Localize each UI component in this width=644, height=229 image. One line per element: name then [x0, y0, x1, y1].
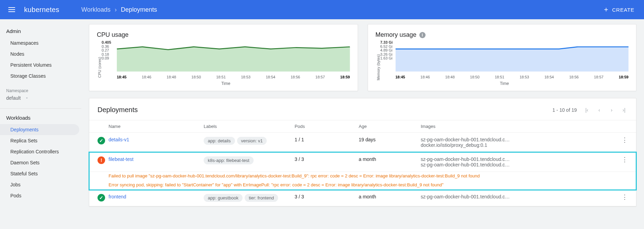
sidebar-admin-title: Admin	[0, 26, 81, 37]
table-row: ✓details-v1app: detailsversion: v11 / 11…	[89, 133, 636, 152]
info-icon[interactable]: i	[419, 32, 426, 38]
row-actions-icon[interactable]: ⋮	[622, 194, 628, 200]
cpu-plot: 0.405 0.36 0.27 0.18 0.09	[102, 42, 350, 75]
namespace-label: Namespace	[0, 81, 81, 95]
breadcrumb-leaf: Deployments	[121, 6, 157, 13]
memory-chart-title: Memory usage	[376, 31, 417, 39]
pager-range: 1 - 10 of 19	[552, 107, 577, 113]
col-pods[interactable]: Pods	[295, 124, 359, 129]
pods-value: 1 / 1	[295, 137, 359, 142]
deployments-card: Deployments 1 - 10 of 19 |‹ ‹ › ›| Name …	[89, 98, 636, 207]
memory-ylabel: Memory (bytes)	[376, 42, 380, 86]
create-button[interactable]: CREATE	[602, 4, 636, 15]
page-last-icon[interactable]: ›|	[620, 107, 628, 113]
plus-icon	[603, 7, 609, 13]
label-chip: k8s-app: filebeat-test	[204, 156, 254, 164]
divider	[0, 108, 81, 109]
cpu-ylabel: CPU (cores)	[97, 42, 102, 86]
brand: kubernetes	[24, 6, 59, 14]
chevron-right-icon: ›	[115, 6, 117, 13]
breadcrumb-root[interactable]: Workloads	[81, 6, 111, 13]
sidebar-workloads-title: Workloads	[0, 113, 81, 124]
sidebar: Admin Namespaces Nodes Persistent Volume…	[0, 19, 81, 211]
pager: 1 - 10 of 19 |‹ ‹ › ›|	[552, 107, 628, 113]
label-chip: app: details	[204, 137, 235, 145]
sidebar-item-replica-sets[interactable]: Replica Sets	[0, 135, 81, 146]
label-chip: app: guestbook	[204, 194, 243, 202]
sidebar-item-storage-classes[interactable]: Storage Classes	[0, 70, 81, 81]
cpu-chart-title: CPU usage	[97, 31, 129, 39]
cpu-yticks: 0.405 0.36 0.27 0.18 0.09	[102, 41, 111, 61]
topbar: kubernetes Workloads › Deployments CREAT…	[0, 0, 644, 19]
col-images[interactable]: Images	[421, 124, 614, 129]
sidebar-item-namespaces[interactable]: Namespaces	[0, 37, 81, 48]
error-message: Failed to pull image "sz-pg-oam-docker-h…	[89, 172, 636, 181]
page-first-icon[interactable]: |‹	[583, 107, 591, 113]
col-age[interactable]: Age	[359, 124, 421, 129]
namespace-value: default	[6, 95, 21, 101]
sidebar-item-stateful-sets[interactable]: Stateful Sets	[0, 168, 81, 179]
cpu-chart-svg	[117, 43, 350, 72]
age-value: a month	[359, 156, 421, 162]
cpu-chart-card: CPU usage CPU (cores) 0.405 0.36 0.27 0.…	[89, 24, 358, 91]
error-message: Error syncing pod, skipping: failed to "…	[89, 181, 636, 190]
namespace-select[interactable]: default	[0, 95, 81, 104]
sidebar-item-nodes[interactable]: Nodes	[0, 48, 81, 59]
label-chip: version: v1	[237, 137, 267, 145]
cpu-xticks: 18:4518:4618:4818:5018:5118:5318:5418:56…	[117, 75, 350, 79]
error-icon: !	[98, 156, 105, 164]
pods-value: 3 / 3	[295, 194, 359, 199]
age-value: a month	[359, 194, 421, 199]
table-head: Name Labels Pods Age Images	[89, 120, 636, 133]
memory-plot: 7.33 Gi 6.52 Gi 4.89 Gi 3.26 Gi 1.63 Gi	[380, 42, 629, 75]
page-next-icon[interactable]: ›	[608, 107, 615, 113]
memory-chart-card: Memory usage i Memory (bytes) 7.33 Gi 6.…	[368, 24, 637, 91]
memory-xticks: 18:4518:4618:4818:5018:5118:5318:5418:56…	[396, 75, 629, 79]
sidebar-item-pods[interactable]: Pods	[0, 190, 81, 201]
label-chip: tier: frontend	[245, 194, 278, 202]
row-actions-icon[interactable]: ⋮	[622, 156, 628, 163]
memory-yticks: 7.33 Gi 6.52 Gi 4.89 Gi 3.26 Gi 1.63 Gi	[380, 41, 393, 61]
deployment-link[interactable]: details-v1	[109, 137, 129, 142]
create-button-label: CREATE	[612, 7, 634, 13]
sidebar-item-deployments[interactable]: Deployments	[0, 124, 79, 135]
table-row: ✓frontendapp: guestbooktier: frontend3 /…	[89, 190, 636, 206]
col-name[interactable]: Name	[109, 124, 204, 129]
pods-value: 3 / 3	[295, 156, 359, 162]
images-cell: sz-pg-oam-docker-hub-001.tendcloud.com…s…	[421, 156, 614, 167]
sidebar-item-persistent-volumes[interactable]: Persistent Volumes	[0, 59, 81, 70]
menu-icon[interactable]	[8, 6, 17, 14]
deployment-link[interactable]: filebeat-test	[109, 156, 133, 162]
images-cell: sz-pg-oam-docker-hub-001.tendcloud.com…	[421, 194, 614, 199]
sidebar-item-replication-controllers[interactable]: Replication Controllers	[0, 146, 81, 157]
row-actions-icon[interactable]: ⋮	[622, 137, 628, 143]
check-icon: ✓	[98, 137, 105, 144]
table-row: !filebeat-testk8s-app: filebeat-test3 / …	[89, 152, 636, 172]
main: CPU usage CPU (cores) 0.405 0.36 0.27 0.…	[81, 19, 644, 211]
check-icon: ✓	[98, 194, 105, 201]
memory-chart-svg	[396, 43, 629, 72]
sidebar-item-daemon-sets[interactable]: Daemon Sets	[0, 157, 81, 168]
images-cell: sz-pg-oam-docker-hub-001.tendcloud.com…d…	[421, 137, 614, 148]
page-prev-icon[interactable]: ‹	[595, 107, 603, 113]
memory-xlabel: Time	[380, 81, 629, 86]
table-title: Deployments	[98, 106, 552, 114]
sidebar-item-jobs[interactable]: Jobs	[0, 179, 81, 190]
age-value: 19 days	[359, 137, 421, 142]
cpu-xlabel: Time	[102, 81, 350, 86]
deployment-link[interactable]: frontend	[109, 194, 126, 199]
chevron-down-icon	[25, 96, 29, 100]
col-labels[interactable]: Labels	[204, 124, 295, 129]
